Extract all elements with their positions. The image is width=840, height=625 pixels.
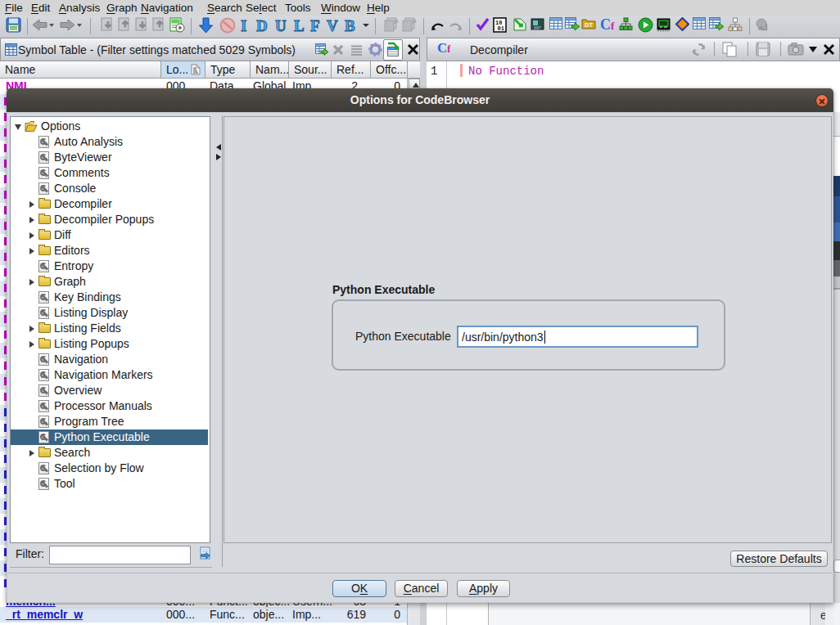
svg-text:01: 01: [498, 25, 504, 32]
svg-text:DT: DT: [585, 21, 593, 29]
